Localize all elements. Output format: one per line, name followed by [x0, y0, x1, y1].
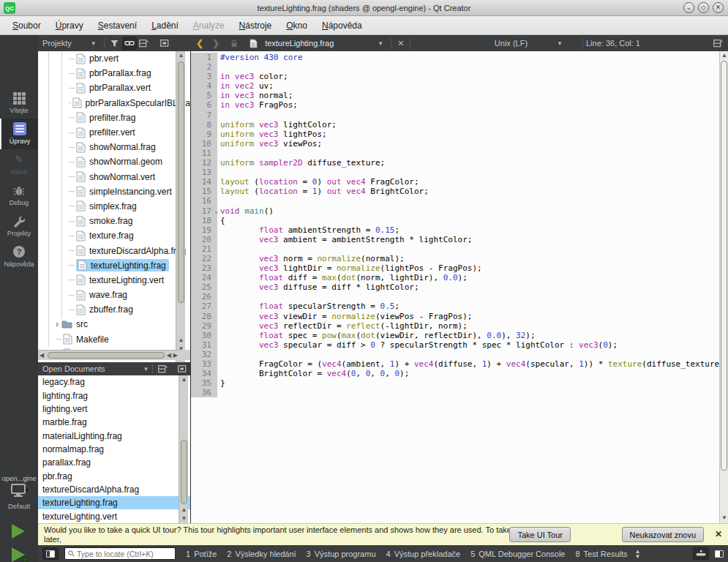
code-line[interactable]: 11: [191, 149, 721, 158]
locator[interactable]: [64, 547, 176, 560]
code-line[interactable]: 28 vec3 viewDir = normalize(viewPos - Fr…: [191, 312, 721, 321]
scroll-down-icon[interactable]: ▼: [720, 514, 728, 522]
code-line[interactable]: 34 BrightColor = vec4(0, 0, 0, 0);: [191, 369, 721, 378]
output-pane-4[interactable]: 4Výstup překladače: [386, 550, 461, 558]
scroll-right-icon[interactable]: ▶: [171, 352, 180, 359]
chevron-down-icon[interactable]: ▼: [143, 366, 149, 372]
output-pane-8[interactable]: 8Test Results: [575, 550, 627, 558]
tree-item-pbrParallaxSpecularIBL.fra[interactable]: pbrParallaxSpecularIBL.fra: [38, 96, 190, 110]
tree-vertical-scrollbar[interactable]: ▲ ▲ ▼: [176, 51, 185, 362]
maximize-button[interactable]: ◇: [698, 2, 709, 13]
open-document-materialLighting.frag[interactable]: materialLighting.frag: [38, 429, 190, 442]
tree-item-showNormal.vert[interactable]: showNormal.vert: [38, 170, 190, 184]
code-line[interactable]: 15layout (location = 1) out vec4 BrightC…: [191, 187, 721, 196]
encoding-combo[interactable]: Unix (LF) ▼: [495, 39, 563, 48]
filter-icon[interactable]: [108, 37, 122, 50]
nav-back-button[interactable]: ❮: [196, 38, 203, 48]
open-document-lighting.vert[interactable]: lighting.vert: [38, 402, 190, 416]
run-button[interactable]: [12, 524, 25, 539]
code-line[interactable]: 17⌄void main(): [191, 206, 721, 216]
menu-analyze[interactable]: Analyze: [187, 18, 231, 33]
menu-sestavení[interactable]: Sestavení: [91, 18, 143, 33]
tree-item-texture.frag[interactable]: texture.frag: [38, 228, 190, 243]
tree-item-pbr.vert[interactable]: pbr.vert: [38, 51, 190, 66]
code-line[interactable]: 29 vec3 reflectDir = reflect(-lightDir, …: [191, 321, 721, 331]
code-line[interactable]: 6in vec3 FragPos;: [191, 100, 721, 110]
scroll-up-icon[interactable]: ▲: [720, 51, 728, 60]
sidebar-view-combo[interactable]: Projekty ▼: [38, 39, 101, 48]
fold-marker-icon[interactable]: ⌄: [214, 206, 218, 216]
menu-okno[interactable]: Okno: [279, 18, 314, 33]
tree-item-showNormal.frag[interactable]: showNormal.frag: [38, 140, 190, 154]
code-line[interactable]: 30 float spec = pow(max(dot(viewDir, ref…: [191, 331, 721, 340]
code-line[interactable]: 26: [191, 292, 721, 301]
tree-item-prefilter.frag[interactable]: prefilter.frag: [38, 110, 190, 125]
menu-nástroje[interactable]: Nástroje: [233, 18, 279, 33]
menu-soubor[interactable]: Soubor: [6, 18, 48, 33]
code-editor[interactable]: 1#version 430 core2 3in vec3 color;4in v…: [190, 51, 728, 523]
code-line[interactable]: 33 FragColor = (vec4(ambient, 1) + vec4(…: [191, 359, 721, 369]
link-with-editor-icon[interactable]: [122, 37, 137, 50]
toggle-right-sidebar-button[interactable]: [715, 550, 724, 558]
tree-item-textureDiscardAlpha.frag[interactable]: textureDiscardAlpha.frag: [38, 243, 190, 258]
notification-close-button[interactable]: ✕: [715, 529, 722, 539]
open-document-textureLighting.vert[interactable]: textureLighting.vert: [38, 509, 190, 522]
tree-item-simpleInstancing.vert[interactable]: simpleInstancing.vert: [38, 184, 190, 199]
progress-indicator-button[interactable]: [693, 547, 709, 560]
toggle-left-sidebar-button[interactable]: [42, 547, 59, 560]
scroll-up-icon[interactable]: ▲: [179, 506, 189, 514]
code-line[interactable]: 19 float ambientStrength = 0.15;: [191, 225, 721, 235]
tree-item-zbuffer.frag[interactable]: zbuffer.frag: [38, 302, 190, 317]
code-line[interactable]: 21: [191, 244, 721, 254]
mode-úpravy[interactable]: Úpravy: [0, 119, 38, 149]
mode-projekty[interactable]: Projekty: [0, 211, 38, 241]
code-line[interactable]: 23 vec3 lightDir = normalize(lightPos - …: [191, 263, 721, 273]
tree-item-Makefile[interactable]: Makefile: [38, 332, 190, 347]
code-line[interactable]: 32: [191, 350, 721, 359]
split-panel-icon[interactable]: [137, 37, 151, 50]
mode-debug[interactable]: Debug: [0, 180, 38, 211]
expand-arrow-icon[interactable]: ›: [56, 319, 59, 329]
output-pane-5[interactable]: 5QML Debugger Console: [470, 550, 565, 558]
output-pane-2[interactable]: 2Výsledky hledání: [227, 550, 296, 558]
mode-nápověda[interactable]: ?Nápověda: [0, 241, 38, 272]
tree-item-wave.frag[interactable]: wave.frag: [38, 288, 190, 302]
menu-ladění[interactable]: Ladění: [145, 18, 185, 33]
locator-input[interactable]: [77, 550, 165, 558]
close-panel-icon[interactable]: [157, 37, 172, 50]
close-panel-icon[interactable]: [175, 362, 189, 375]
menu-úpravy[interactable]: Úpravy: [49, 18, 90, 33]
open-document-marble.frag[interactable]: marble.frag: [38, 416, 190, 429]
code-line[interactable]: 2: [191, 62, 721, 72]
tree-item-simplex.frag[interactable]: simplex.frag: [38, 199, 190, 214]
tree-item-pbrParallax.frag[interactable]: pbrParallax.frag: [38, 66, 190, 80]
code-line[interactable]: 25 vec3 diffuse = diff * lightColor;: [191, 282, 721, 292]
open-document-textureDiscardAlpha.frag[interactable]: textureDiscardAlpha.frag: [38, 483, 190, 496]
split-editor-icon[interactable]: [710, 37, 725, 50]
output-panes-menu-icon[interactable]: ▲▼: [635, 549, 641, 559]
tree-item-textureLighting.vert[interactable]: textureLighting.vert: [38, 273, 190, 288]
open-file-combo[interactable]: textureLighting.frag ▼: [260, 39, 388, 48]
scroll-left-icon[interactable]: ◀: [38, 352, 45, 359]
tree-item-prefilter.vert[interactable]: prefilter.vert: [38, 125, 190, 140]
tree-item-src[interactable]: ›src: [38, 317, 190, 331]
editor-scrollbar[interactable]: ▲ ▼: [719, 51, 728, 523]
scroll-up-icon[interactable]: ▲: [179, 375, 189, 384]
code-line[interactable]: 27 float specularStrength = 0.5;: [191, 301, 721, 311]
kit-selector[interactable]: Default: [0, 483, 38, 510]
do-not-show-again-button[interactable]: Neukazovat znovu: [622, 527, 705, 542]
close-document-button[interactable]: ✕: [397, 39, 404, 48]
code-line[interactable]: 13: [191, 168, 721, 177]
split-panel-icon[interactable]: [156, 362, 170, 375]
code-line[interactable]: 3in vec3 color;: [191, 72, 721, 81]
open-document-normalmap.frag[interactable]: normalmap.frag: [38, 443, 190, 456]
menu-nápověda[interactable]: Nápověda: [315, 18, 369, 33]
code-line[interactable]: 12uniform sampler2D diffuse_texture;: [191, 158, 721, 168]
tree-item-showNormal.geom[interactable]: showNormal.geom: [38, 154, 190, 169]
open-document-lighting.frag[interactable]: lighting.frag: [38, 389, 190, 402]
tree-item-textureLighting.frag[interactable]: textureLighting.frag: [38, 258, 190, 273]
minimize-button[interactable]: ⌄: [683, 2, 694, 13]
open-document-textureLighting.frag[interactable]: textureLighting.frag: [38, 496, 190, 509]
code-line[interactable]: 20 vec3 ambient = ambientStrength * ligh…: [191, 235, 721, 244]
code-line[interactable]: 18{: [191, 216, 721, 225]
